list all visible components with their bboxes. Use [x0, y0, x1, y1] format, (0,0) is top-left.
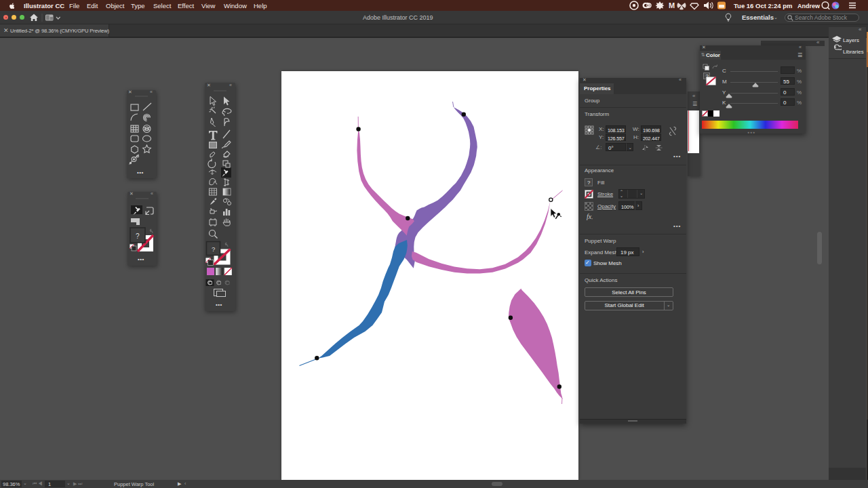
svg-text:?: ? — [212, 245, 215, 253]
svg-text:M: M — [669, 1, 675, 9]
svg-text:?: ? — [136, 232, 140, 240]
